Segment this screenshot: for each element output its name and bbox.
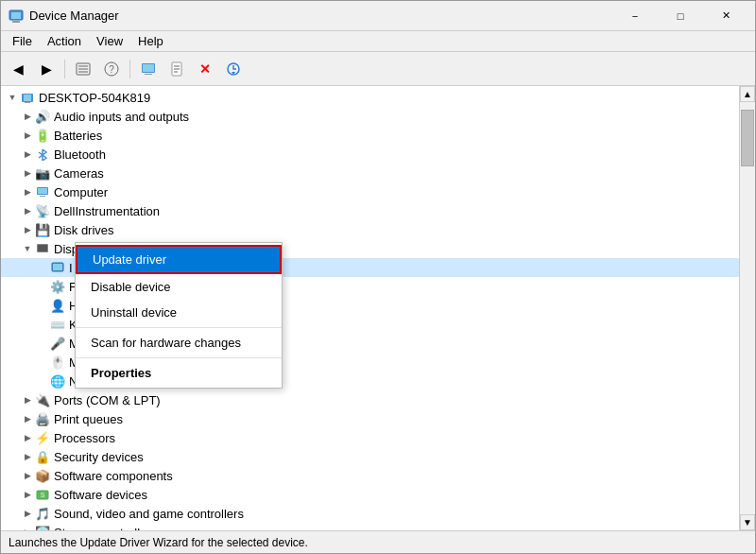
soft-comp-expander[interactable]: ▶ (20, 468, 35, 483)
svg-rect-1 (12, 21, 20, 23)
svg-rect-2 (11, 12, 21, 19)
display-icon (35, 241, 50, 256)
svg-rect-10 (145, 74, 152, 75)
svg-rect-20 (25, 102, 30, 103)
firmware-icon: ⚙️ (50, 279, 65, 294)
scroll-down-button[interactable]: ▼ (740, 514, 755, 530)
tree-item-dell[interactable]: ▶ 📡 DellInstrumentation (1, 201, 739, 220)
dell-expander[interactable]: ▶ (20, 203, 35, 218)
bluetooth-icon (35, 147, 50, 162)
tree-item-computer[interactable]: ▶ Computer (1, 182, 739, 201)
tree-item-cameras[interactable]: ▶ 📷 Cameras (1, 164, 739, 182)
tree-item-storage[interactable]: ▶ 💽 Storage controllers (1, 523, 739, 530)
device-manager-window: Device Manager − □ ✕ File Action View He… (0, 0, 756, 554)
svg-rect-22 (38, 188, 47, 194)
tree-item-audio[interactable]: ▶ 🔊 Audio inputs and outputs (1, 107, 739, 126)
batteries-label: Batteries (54, 129, 102, 143)
maximize-button[interactable]: □ (659, 1, 702, 31)
batteries-expander[interactable]: ▶ (20, 128, 35, 143)
storage-expander[interactable]: ▶ (20, 525, 35, 530)
computer-button[interactable] (135, 56, 162, 82)
soft-comp-label: Software components (54, 469, 173, 483)
content-area: ▼ DESKTOP-504K819 ▶ 🔊 Audio inputs and o… (1, 86, 755, 530)
forward-button[interactable]: ▶ (33, 56, 60, 82)
svg-rect-19 (24, 95, 31, 101)
cameras-label: Cameras (54, 166, 104, 181)
menu-action[interactable]: Action (40, 32, 89, 50)
ctx-uninstall-label: Uninstall device (91, 305, 177, 320)
tree-item-sound[interactable]: ▶ 🎵 Sound, video and game controllers (1, 504, 739, 523)
human-icon: 👤 (50, 298, 65, 313)
disk-icon: 💾 (35, 222, 50, 237)
ctx-scan-label: Scan for hardware changes (91, 336, 241, 350)
processors-icon: ⚡ (35, 430, 50, 445)
list-button[interactable] (70, 56, 96, 82)
ctx-uninstall-device[interactable]: Uninstall device (76, 300, 282, 325)
scroll-thumb[interactable] (741, 110, 754, 166)
minimize-button[interactable]: − (613, 1, 657, 31)
computer-expander[interactable]: ▶ (20, 184, 35, 199)
tree-item-batteries[interactable]: ▶ 🔋 Batteries (1, 126, 739, 145)
bluetooth-label: Bluetooth (54, 147, 106, 162)
doc-button[interactable] (163, 56, 190, 82)
tree-item-security[interactable]: ▶ 🔒 Security devices (1, 447, 739, 466)
cameras-expander[interactable]: ▶ (20, 165, 35, 181)
context-menu: Update driver Disable device Uninstall d… (75, 242, 283, 389)
dell-label: DellInstrumentation (54, 204, 160, 218)
bluetooth-expander[interactable]: ▶ (20, 147, 35, 162)
close-button[interactable]: ✕ (704, 1, 747, 31)
ctx-update-driver[interactable]: Update driver (76, 245, 282, 274)
processors-label: Processors (54, 431, 115, 445)
tree-item-print[interactable]: ▶ 🖨️ Print queues (1, 409, 739, 428)
ports-label: Ports (COM & LPT) (54, 393, 161, 407)
storage-icon: 💽 (35, 525, 50, 530)
processors-expander[interactable]: ▶ (20, 430, 35, 445)
status-bar: Launches the Update Driver Wizard for th… (1, 530, 755, 553)
root-icon (20, 90, 35, 105)
menu-view[interactable]: View (89, 32, 130, 50)
svg-rect-11 (143, 64, 154, 72)
vertical-scrollbar: ▲ ▼ (739, 86, 755, 530)
mic-icon: 🎤 (50, 336, 65, 351)
tree-item-soft-components[interactable]: ▶ 📦 Software components (1, 466, 739, 485)
menu-help[interactable]: Help (130, 32, 171, 50)
svg-rect-25 (38, 245, 47, 251)
status-text: Launches the Update Driver Wizard for th… (9, 536, 308, 549)
tree-item-ports[interactable]: ▶ 🔌 Ports (COM & LPT) (1, 390, 739, 409)
delete-button[interactable]: ✕ (192, 56, 218, 82)
storage-label: Storage controllers (54, 526, 157, 531)
tree-item-bluetooth[interactable]: ▶ Bluetooth (1, 145, 739, 164)
print-expander[interactable]: ▶ (20, 411, 35, 426)
device-tree[interactable]: ▼ DESKTOP-504K819 ▶ 🔊 Audio inputs and o… (1, 86, 739, 530)
menu-bar: File Action View Help (1, 31, 755, 52)
security-expander[interactable]: ▶ (20, 449, 35, 464)
tree-item-soft-devices[interactable]: ▶ S Software devices (1, 485, 739, 504)
display-expander[interactable]: ▼ (20, 241, 35, 256)
ports-expander[interactable]: ▶ (20, 392, 35, 407)
menu-file[interactable]: File (5, 32, 40, 50)
back-button[interactable]: ◀ (5, 56, 31, 82)
computer-label: Computer (54, 185, 108, 199)
batteries-icon: 🔋 (35, 128, 50, 143)
sound-expander[interactable]: ▶ (20, 506, 35, 521)
tree-root[interactable]: ▼ DESKTOP-504K819 (1, 88, 739, 107)
root-expander[interactable]: ▼ (5, 90, 20, 105)
svg-text:?: ? (109, 64, 114, 75)
ctx-scan-hardware[interactable]: Scan for hardware changes (76, 330, 282, 355)
security-icon: 🔒 (35, 449, 50, 464)
disk-expander[interactable]: ▶ (20, 222, 35, 237)
window-controls: − □ ✕ (613, 1, 747, 31)
ctx-properties[interactable]: Properties (76, 360, 282, 386)
monitor-label: I (69, 261, 73, 275)
soft-dev-label: Software devices (54, 488, 147, 502)
help-button[interactable]: ? (98, 56, 125, 82)
ctx-disable-device[interactable]: Disable device (76, 274, 282, 300)
toolbar-separator-2 (129, 60, 130, 78)
tree-item-processors[interactable]: ▶ ⚡ Processors (1, 428, 739, 447)
update-button[interactable] (220, 56, 247, 82)
tree-item-disk[interactable]: ▶ 💾 Disk drives (1, 220, 739, 239)
scroll-track[interactable] (740, 102, 755, 514)
soft-dev-expander[interactable]: ▶ (20, 487, 35, 502)
audio-expander[interactable]: ▶ (20, 109, 35, 124)
scroll-up-button[interactable]: ▲ (740, 86, 755, 102)
